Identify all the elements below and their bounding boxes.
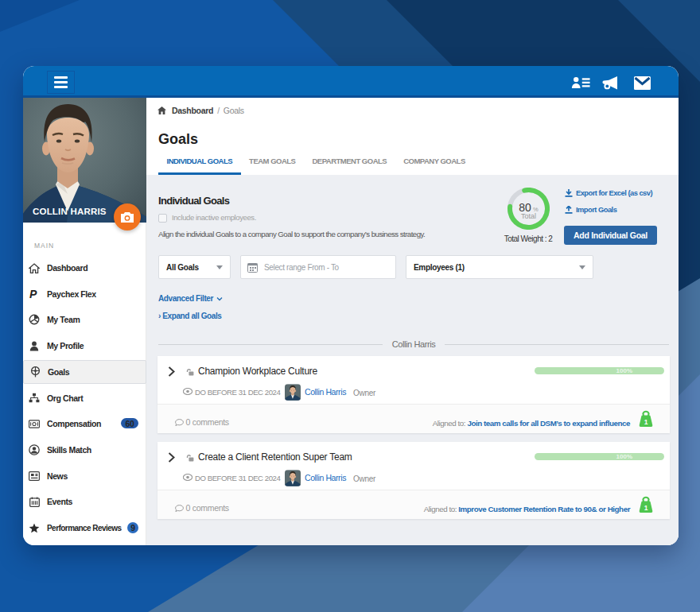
svg-text:1: 1 bbox=[644, 418, 648, 426]
svg-text:P: P bbox=[29, 289, 37, 300]
svg-text:1: 1 bbox=[644, 504, 648, 512]
